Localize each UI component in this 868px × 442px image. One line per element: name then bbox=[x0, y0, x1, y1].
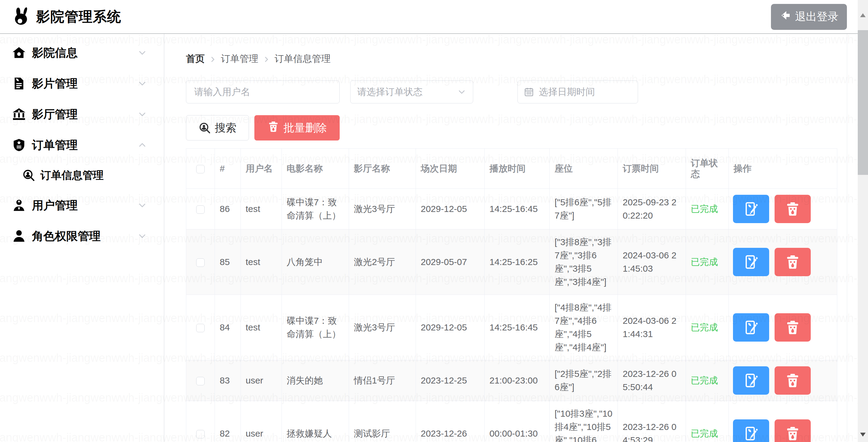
column-header-movie: 电影名称 bbox=[282, 149, 349, 189]
table-header-row: # 用户名 电影名称 影厅名称 场次日期 播放时间 座位 订票时间 订单状态 操… bbox=[186, 149, 837, 189]
edit-button[interactable] bbox=[733, 248, 769, 276]
order-movie: 八角笼中 bbox=[282, 230, 349, 295]
order-id: 85 bbox=[215, 230, 241, 295]
order-time: 14:25-16:25 bbox=[485, 230, 550, 295]
column-header-status: 订单状态 bbox=[686, 149, 729, 189]
calendar-icon bbox=[524, 87, 534, 97]
row-checkbox[interactable] bbox=[196, 377, 205, 385]
logout-button[interactable]: 退出登录 bbox=[771, 4, 847, 30]
column-header-id: # bbox=[215, 149, 241, 189]
sidebar-item-hall-management[interactable]: 影厅管理 bbox=[0, 99, 164, 130]
row-checkbox[interactable] bbox=[196, 324, 205, 332]
order-username: test bbox=[241, 189, 282, 230]
toolbar: 搜索 批量删除 bbox=[186, 115, 868, 141]
column-header-time: 播放时间 bbox=[485, 149, 550, 189]
order-username: user bbox=[241, 401, 282, 442]
order-booked-at: 2024-03-06 21:44:31 bbox=[618, 295, 686, 360]
order-time: 14:25-16:45 bbox=[485, 295, 550, 360]
order-id: 83 bbox=[215, 360, 241, 401]
edit-button[interactable] bbox=[733, 195, 769, 223]
trash-icon bbox=[785, 426, 801, 441]
order-status: 已完成 bbox=[686, 295, 729, 360]
breadcrumb-home[interactable]: 首页 bbox=[186, 53, 205, 65]
sidebar-item-label: 订单管理 bbox=[32, 138, 78, 153]
chevron-down-icon bbox=[137, 110, 147, 119]
sidebar-item-user-management[interactable]: 用户管理 bbox=[0, 190, 164, 221]
table-row: 83user消失的她情侣1号厅2023-12-2521:00-23:00["2排… bbox=[186, 360, 837, 401]
delete-button[interactable] bbox=[775, 419, 811, 442]
order-booked-at: 2024-03-06 21:45:03 bbox=[618, 230, 686, 295]
delete-button[interactable] bbox=[775, 366, 811, 395]
order-hall: 测试影厅 bbox=[349, 401, 416, 442]
sidebar-item-role-permission-management[interactable]: 角色权限管理 bbox=[0, 221, 164, 252]
order-hall: 激光3号厅 bbox=[349, 189, 416, 230]
order-date: 2023-12-26 bbox=[416, 401, 485, 442]
order-movie: 碟中谍7：致命清算（上） bbox=[282, 189, 349, 230]
scroll-up-button[interactable] bbox=[860, 13, 866, 17]
batch-delete-button[interactable]: 批量删除 bbox=[254, 115, 340, 141]
username-input[interactable] bbox=[186, 81, 340, 104]
edit-document-icon bbox=[743, 320, 759, 335]
order-status: 已完成 bbox=[686, 189, 729, 230]
table-row: 85test八角笼中激光2号厅2029-05-0714:25-16:25["3排… bbox=[186, 230, 837, 295]
select-all-checkbox[interactable] bbox=[196, 165, 205, 173]
app-header: 影院管理系统 退出登录 bbox=[0, 0, 868, 34]
sidebar-item-label: 影厅管理 bbox=[32, 107, 78, 122]
chevron-down-icon bbox=[457, 87, 466, 96]
date-picker-input[interactable]: 选择日期时间 bbox=[518, 81, 638, 104]
logout-label: 退出登录 bbox=[795, 9, 838, 24]
breadcrumb-current: 订单信息管理 bbox=[275, 53, 331, 65]
scroll-down-button[interactable] bbox=[860, 433, 866, 437]
order-time: 21:00-23:00 bbox=[485, 360, 550, 401]
column-header-booked-at: 订票时间 bbox=[618, 149, 686, 189]
breadcrumb-order-management[interactable]: 订单管理 bbox=[221, 53, 258, 65]
trash-icon bbox=[785, 254, 801, 270]
sidebar-item-film-management[interactable]: 影片管理 bbox=[0, 68, 164, 99]
edit-button[interactable] bbox=[733, 366, 769, 395]
chevron-down-icon bbox=[137, 79, 147, 88]
order-movie: 消失的她 bbox=[282, 360, 349, 401]
order-id: 82 bbox=[215, 401, 241, 442]
order-date: 2029-12-05 bbox=[416, 295, 485, 360]
delete-button[interactable] bbox=[775, 195, 811, 223]
edit-button[interactable] bbox=[733, 313, 769, 342]
user-icon bbox=[12, 198, 26, 212]
row-checkbox[interactable] bbox=[196, 430, 205, 438]
batch-delete-label: 批量删除 bbox=[284, 121, 327, 136]
main-content: 首页 订单管理 订单信息管理 请选择订单状态 选择日期时间 bbox=[164, 34, 868, 442]
order-booked-at: 2025-09-23 20:22:20 bbox=[618, 189, 686, 230]
order-date: 2029-12-05 bbox=[416, 189, 485, 230]
trash-icon bbox=[785, 320, 801, 335]
search-button[interactable]: 搜索 bbox=[186, 115, 249, 141]
delete-button[interactable] bbox=[775, 313, 811, 342]
delete-button[interactable] bbox=[775, 248, 811, 276]
order-status-select[interactable]: 请选择订单状态 bbox=[350, 81, 473, 104]
sidebar-item-label: 角色权限管理 bbox=[32, 229, 101, 244]
sidebar-item-cinema-info[interactable]: 影院信息 bbox=[0, 37, 164, 68]
scrollbar[interactable] bbox=[858, 0, 868, 442]
chevron-right-icon bbox=[209, 55, 217, 63]
sidebar-item-order-info-management[interactable]: 订单信息管理 bbox=[0, 160, 164, 190]
order-shield-icon bbox=[12, 138, 26, 152]
order-seats: ["10排3座","10排4座","10排5座","10排6座","10排7座"… bbox=[550, 401, 618, 442]
order-date: 2029-05-07 bbox=[416, 230, 485, 295]
table-row: 82user拯救嫌疑人测试影厅2023-12-2600:00-01:30["10… bbox=[186, 401, 837, 442]
page-title: 影院管理系统 bbox=[36, 7, 121, 26]
order-seats: ["3排8座","3排7座","3排6座","3排5座","3排4座"] bbox=[550, 230, 618, 295]
order-username: test bbox=[241, 230, 282, 295]
chevron-up-icon bbox=[137, 140, 147, 150]
role-user-icon bbox=[12, 229, 26, 243]
row-checkbox[interactable] bbox=[196, 205, 205, 214]
sidebar: 影院信息 影片管理 影厅管理 bbox=[0, 34, 164, 442]
order-id: 84 bbox=[215, 295, 241, 360]
row-checkbox[interactable] bbox=[196, 258, 205, 267]
order-time: 00:00-01:30 bbox=[485, 401, 550, 442]
sidebar-item-order-management[interactable]: 订单管理 bbox=[0, 130, 164, 160]
trash-icon bbox=[785, 201, 801, 217]
chevron-right-icon bbox=[262, 55, 270, 63]
sidebar-item-label: 用户管理 bbox=[32, 198, 78, 213]
edit-button[interactable] bbox=[733, 419, 769, 442]
order-status: 已完成 bbox=[686, 230, 729, 295]
scrollbar-thumb[interactable] bbox=[858, 30, 868, 175]
edit-document-icon bbox=[743, 201, 759, 217]
